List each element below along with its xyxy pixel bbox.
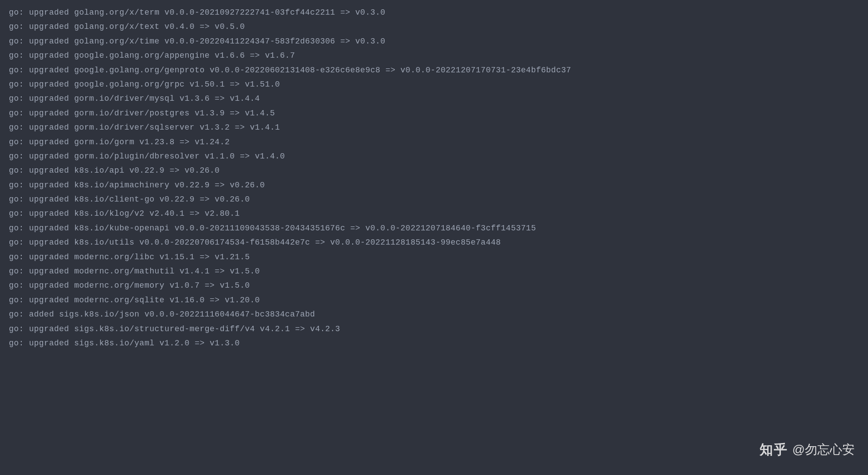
terminal-line: go: upgraded k8s.io/apimachinery v0.22.9… <box>9 178 859 192</box>
terminal-line: go: upgraded gorm.io/driver/postgres v1.… <box>9 106 859 120</box>
terminal-line: go: added sigs.k8s.io/json v0.0.0-202211… <box>9 307 859 321</box>
terminal-line: go: upgraded google.golang.org/appengine… <box>9 48 859 63</box>
terminal-line: go: upgraded modernc.org/sqlite v1.16.0 … <box>9 293 859 307</box>
terminal-line: go: upgraded google.golang.org/genproto … <box>9 63 859 77</box>
terminal-line: go: upgraded gorm.io/driver/sqlserver v1… <box>9 120 859 135</box>
watermark: 知乎 @勿忘心安 <box>760 438 855 462</box>
terminal-line: go: upgraded gorm.io/driver/mysql v1.3.6… <box>9 91 859 106</box>
zhihu-logo: 知乎 <box>760 438 788 462</box>
terminal-line: go: upgraded golang.org/x/time v0.0.0-20… <box>9 34 859 48</box>
terminal-line: go: upgraded k8s.io/utils v0.0.0-2022070… <box>9 235 859 249</box>
terminal-line: go: upgraded k8s.io/kube-openapi v0.0.0-… <box>9 221 859 235</box>
terminal-line: go: upgraded golang.org/x/text v0.4.0 =>… <box>9 20 859 34</box>
watermark-author: @勿忘心安 <box>792 439 855 461</box>
terminal-line: go: upgraded sigs.k8s.io/yaml v1.2.0 => … <box>9 336 859 350</box>
terminal-line: go: upgraded sigs.k8s.io/structured-merg… <box>9 322 859 336</box>
terminal-line: go: upgraded k8s.io/api v0.22.9 => v0.26… <box>9 163 859 178</box>
terminal-line: go: upgraded gorm.io/plugin/dbresolver v… <box>9 149 859 163</box>
terminal-line: go: upgraded k8s.io/client-go v0.22.9 =>… <box>9 192 859 206</box>
terminal-line: go: upgraded google.golang.org/grpc v1.5… <box>9 77 859 91</box>
terminal-line: go: upgraded gorm.io/gorm v1.23.8 => v1.… <box>9 135 859 149</box>
terminal-line: go: upgraded golang.org/x/term v0.0.0-20… <box>9 5 859 20</box>
terminal-line: go: upgraded k8s.io/klog/v2 v2.40.1 => v… <box>9 206 859 221</box>
terminal-output: go: upgraded golang.org/x/term v0.0.0-20… <box>9 5 859 350</box>
terminal-line: go: upgraded modernc.org/mathutil v1.4.1… <box>9 264 859 278</box>
terminal-line: go: upgraded modernc.org/libc v1.15.1 =>… <box>9 250 859 264</box>
terminal-line: go: upgraded modernc.org/memory v1.0.7 =… <box>9 278 859 293</box>
